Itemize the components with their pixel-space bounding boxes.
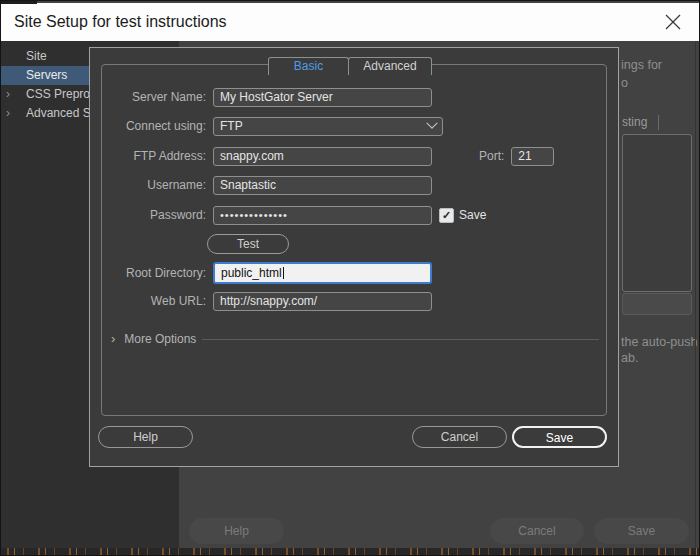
root-directory-value: public_html bbox=[221, 266, 282, 280]
sidebar-item-label: Advanced S bbox=[26, 106, 91, 120]
ftp-address-label: FTP Address: bbox=[102, 149, 213, 163]
root-directory-input[interactable]: public_html bbox=[213, 262, 432, 284]
code-editor-strip bbox=[1, 548, 699, 555]
password-value: •••••••••••••• bbox=[220, 209, 288, 221]
text-cursor bbox=[283, 267, 284, 279]
screen-corner-fragment bbox=[1, 1, 37, 4]
help-button[interactable]: Help bbox=[98, 426, 193, 448]
background-save-button[interactable]: Save bbox=[594, 518, 689, 544]
title-bar: Site Setup for test instructions bbox=[1, 3, 699, 41]
cancel-button[interactable]: Cancel bbox=[412, 426, 507, 448]
root-directory-label: Root Directory: bbox=[102, 266, 213, 280]
more-options-toggle[interactable]: › More Options bbox=[111, 331, 196, 346]
chevron-right-icon: › bbox=[111, 331, 115, 346]
ftp-address-input[interactable]: snappy.com bbox=[213, 147, 432, 166]
clipped-note-text: the auto-push bbox=[621, 335, 697, 349]
web-url-input[interactable]: http://snappy.com/ bbox=[213, 292, 432, 311]
site-setup-window: Site Setup for test instructions Site Se… bbox=[0, 0, 700, 556]
more-options-divider bbox=[202, 339, 599, 340]
connect-using-value: FTP bbox=[220, 119, 243, 133]
server-name-value: My HostGator Server bbox=[220, 90, 333, 104]
server-name-input[interactable]: My HostGator Server bbox=[213, 88, 432, 107]
test-button[interactable]: Test bbox=[207, 234, 289, 254]
save-password-label: Save bbox=[459, 208, 486, 222]
clipped-column-header: sting bbox=[622, 115, 647, 129]
sidebar-item-label: Servers bbox=[26, 68, 67, 82]
window-right-edge bbox=[695, 41, 696, 548]
chevron-right-icon: › bbox=[6, 85, 10, 104]
checkmark-icon: ✓ bbox=[442, 209, 451, 222]
background-help-button[interactable]: Help bbox=[189, 518, 284, 544]
connect-using-label: Connect using: bbox=[102, 119, 213, 133]
close-icon[interactable] bbox=[665, 14, 681, 30]
web-url-value: http://snappy.com/ bbox=[220, 294, 317, 308]
password-input[interactable]: •••••••••••••• bbox=[213, 206, 432, 225]
web-url-label: Web URL: bbox=[102, 294, 213, 308]
port-input[interactable]: 21 bbox=[511, 147, 554, 166]
window-title: Site Setup for test instructions bbox=[14, 3, 227, 41]
basic-settings-panel: Server Name: My HostGator Server Connect… bbox=[101, 64, 607, 416]
username-value: Snaptastic bbox=[220, 178, 276, 192]
chevron-right-icon: › bbox=[6, 104, 10, 123]
connect-using-select[interactable]: FTP bbox=[213, 117, 443, 136]
port-label: Port: bbox=[479, 149, 511, 163]
clipped-description-text: ings for bbox=[621, 58, 662, 72]
save-button[interactable]: Save bbox=[512, 426, 607, 448]
password-label: Password: bbox=[102, 208, 213, 222]
clipped-note-text: ab. bbox=[621, 351, 638, 365]
port-value: 21 bbox=[518, 149, 531, 163]
clipped-description-text: o bbox=[621, 76, 628, 90]
tab-basic[interactable]: Basic bbox=[268, 57, 349, 75]
sidebar-item-label: CSS Prepro bbox=[26, 87, 90, 101]
save-password-checkbox[interactable]: ✓ bbox=[439, 208, 454, 223]
tab-advanced[interactable]: Advanced bbox=[348, 57, 432, 75]
column-divider bbox=[658, 115, 659, 130]
username-label: Username: bbox=[102, 178, 213, 192]
sidebar-item-label: Site bbox=[26, 49, 47, 63]
server-list-box bbox=[622, 134, 692, 292]
server-list-toolbar bbox=[622, 293, 692, 315]
username-input[interactable]: Snaptastic bbox=[213, 176, 432, 195]
ftp-address-value: snappy.com bbox=[220, 149, 284, 163]
chevron-down-icon bbox=[426, 118, 437, 129]
server-name-label: Server Name: bbox=[102, 90, 213, 104]
server-settings-dialog: Basic Advanced Server Name: My HostGator… bbox=[89, 47, 619, 467]
more-options-label: More Options bbox=[124, 332, 196, 346]
background-cancel-button[interactable]: Cancel bbox=[490, 518, 584, 544]
